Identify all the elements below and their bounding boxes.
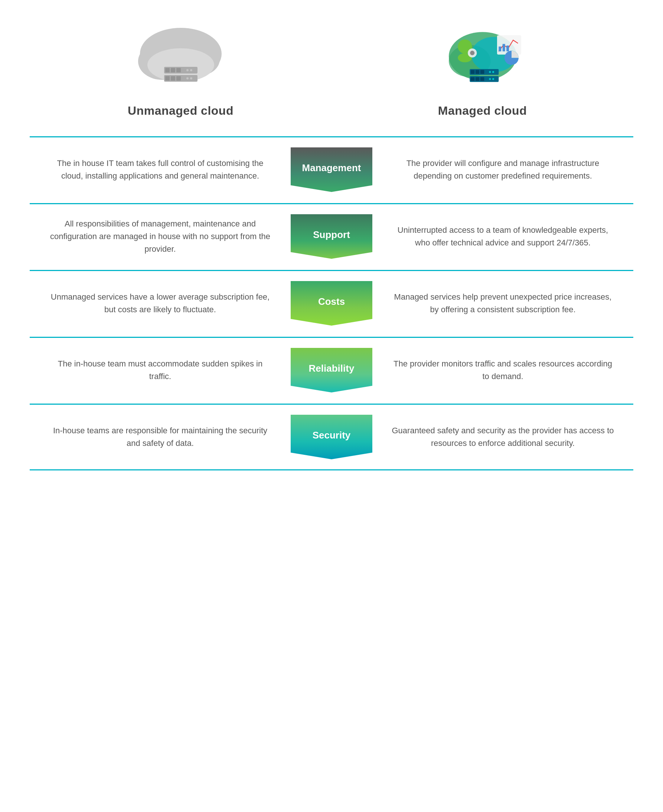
svg-point-38 <box>492 78 494 80</box>
chevron-management: Management <box>291 147 372 192</box>
managed-title: Managed cloud <box>438 104 527 118</box>
svg-rect-24 <box>498 47 501 51</box>
comparison-row-reliability: The in-house team must accommodate sudde… <box>30 337 633 404</box>
page-container: Unmanaged cloud <box>0 0 663 812</box>
right-text-management: The provider will configure and manage i… <box>372 136 633 203</box>
managed-column: Managed cloud <box>347 22 618 118</box>
svg-point-32 <box>492 71 494 73</box>
right-text-costs: Managed services help prevent unexpected… <box>372 270 633 337</box>
svg-rect-34 <box>471 77 474 81</box>
svg-point-31 <box>489 71 491 73</box>
svg-point-9 <box>190 69 192 71</box>
svg-rect-26 <box>506 46 509 52</box>
chevron-costs: Costs <box>291 281 372 326</box>
svg-rect-29 <box>475 70 479 74</box>
svg-rect-7 <box>176 68 181 73</box>
comparison-row-security: In-house teams are responsible for maint… <box>30 404 633 471</box>
svg-rect-28 <box>471 70 474 74</box>
left-text-costs: Unmanaged services have a lower average … <box>30 270 291 337</box>
managed-cloud-icon <box>434 22 531 97</box>
center-cell-reliability: Reliability <box>291 337 372 404</box>
svg-rect-6 <box>171 68 175 73</box>
comparison-row-costs: Unmanaged services have a lower average … <box>30 270 633 337</box>
svg-point-14 <box>186 77 189 79</box>
left-text-security: In-house teams are responsible for maint… <box>30 404 291 471</box>
svg-point-8 <box>186 69 189 71</box>
center-cell-management: Management <box>291 136 372 203</box>
left-text-support: All responsibilities of management, main… <box>30 203 291 270</box>
svg-rect-13 <box>176 76 181 81</box>
svg-rect-25 <box>502 44 505 51</box>
comparison-row-support: All responsibilities of management, main… <box>30 203 633 270</box>
svg-rect-35 <box>475 77 479 81</box>
svg-rect-5 <box>165 68 170 73</box>
svg-point-37 <box>489 78 491 80</box>
right-text-security: Guaranteed safety and security as the pr… <box>372 404 633 471</box>
center-cell-support: Support <box>291 203 372 270</box>
chevron-reliability: Reliability <box>291 348 372 393</box>
unmanaged-title: Unmanaged cloud <box>128 104 233 118</box>
unmanaged-cloud-icon <box>133 22 229 97</box>
svg-point-15 <box>190 77 192 79</box>
header-section: Unmanaged cloud <box>30 22 633 118</box>
comparison-row-management: The in house IT team takes full control … <box>30 136 633 203</box>
unmanaged-column: Unmanaged cloud <box>45 22 317 118</box>
svg-rect-36 <box>480 77 484 81</box>
right-text-reliability: The provider monitors traffic and scales… <box>372 337 633 404</box>
center-cell-costs: Costs <box>291 270 372 337</box>
svg-rect-11 <box>165 76 170 81</box>
svg-rect-30 <box>480 70 484 74</box>
svg-point-22 <box>470 51 474 55</box>
chevron-support: Support <box>291 214 372 259</box>
chevron-security: Security <box>291 415 372 459</box>
center-cell-security: Security <box>291 404 372 471</box>
comparison-table: The in house IT team takes full control … <box>30 136 633 471</box>
left-text-management: The in house IT team takes full control … <box>30 136 291 203</box>
right-text-support: Uninterrupted access to a team of knowle… <box>372 203 633 270</box>
left-text-reliability: The in-house team must accommodate sudde… <box>30 337 291 404</box>
svg-rect-12 <box>171 76 175 81</box>
